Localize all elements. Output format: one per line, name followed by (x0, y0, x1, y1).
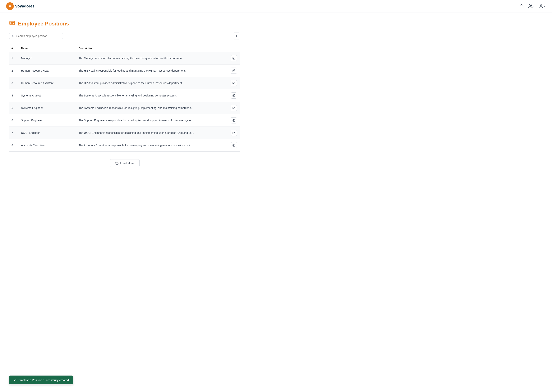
col-header-num: # (9, 45, 19, 52)
table-row: 7UX/UI EngineerThe UX/UI Engineer is res… (9, 127, 240, 139)
home-icon (519, 4, 524, 8)
search-icon (12, 35, 15, 37)
pencil-icon (232, 69, 235, 72)
toast-notification: Employee Position successfully created (9, 376, 73, 384)
load-more-label: Load More (120, 161, 134, 165)
table-body: 1ManagerThe Manager is responsible for o… (9, 52, 240, 152)
row-actions (228, 77, 240, 89)
row-num: 4 (9, 89, 19, 102)
row-description: The HR Assistant provides administrative… (76, 77, 228, 89)
search-row: + (9, 33, 240, 39)
svg-point-2 (529, 5, 530, 6)
search-input[interactable] (16, 35, 60, 37)
table-header: # Name Description (9, 45, 240, 52)
page-title-row: Employee Positions (9, 20, 240, 27)
row-description: The Accounts Executive is responsible fo… (76, 139, 228, 152)
svg-text:v: v (9, 4, 11, 8)
row-actions (228, 139, 240, 152)
pencil-icon (232, 107, 235, 109)
row-actions (228, 89, 240, 102)
row-description: The HR Head is responsible for leading a… (76, 64, 228, 77)
toast-message: Employee Position successfully created (18, 378, 69, 382)
row-actions (228, 127, 240, 139)
edit-button[interactable] (231, 80, 237, 86)
edit-button[interactable] (231, 105, 237, 111)
employee-positions-icon (9, 20, 15, 27)
user-button[interactable]: ▾ (538, 3, 546, 9)
row-name: Human Resource Assistant (19, 77, 76, 89)
row-name: Manager (19, 52, 76, 64)
table-row: 3Human Resource AssistantThe HR Assistan… (9, 77, 240, 89)
col-header-description: Description (76, 45, 228, 52)
row-name: Systems Analyst (19, 89, 76, 102)
home-button[interactable] (519, 3, 524, 9)
edit-button[interactable] (231, 142, 237, 148)
page-title: Employee Positions (18, 21, 69, 27)
pencil-icon (232, 144, 235, 147)
row-num: 8 (9, 139, 19, 152)
user-chevron-icon: ▾ (544, 5, 545, 7)
col-header-actions (228, 45, 240, 52)
refresh-icon (115, 161, 119, 165)
pencil-icon (232, 82, 235, 84)
table-row: 4Systems AnalystThe Systems Analyst is r… (9, 89, 240, 102)
pencil-icon (232, 94, 235, 97)
edit-button[interactable] (231, 55, 237, 61)
row-description: The Support Engineer is responsible for … (76, 114, 228, 127)
pencil-icon (232, 119, 235, 122)
logo-icon: v (6, 2, 14, 10)
team-button[interactable]: ▾ (527, 3, 535, 9)
table-row: 5Systems EngineerThe Systems Engineer is… (9, 102, 240, 114)
row-num: 6 (9, 114, 19, 127)
add-icon: + (235, 34, 238, 38)
svg-point-5 (11, 23, 12, 24)
brand-tm: ™ (35, 4, 36, 6)
edit-button[interactable] (231, 92, 237, 98)
svg-line-7 (14, 36, 15, 37)
row-name: Support Engineer (19, 114, 76, 127)
user-icon (539, 4, 543, 8)
table-row: 2Human Resource HeadThe HR Head is respo… (9, 64, 240, 77)
col-header-name: Name (19, 45, 76, 52)
table-row: 6Support EngineerThe Support Engineer is… (9, 114, 240, 127)
row-name: Systems Engineer (19, 102, 76, 114)
row-actions (228, 64, 240, 77)
table-row: 1ManagerThe Manager is responsible for o… (9, 52, 240, 64)
edit-button[interactable] (231, 130, 237, 136)
team-icon (528, 4, 532, 8)
positions-table: # Name Description 1ManagerThe Manager i… (9, 45, 240, 152)
row-description: The Manager is responsible for overseein… (76, 52, 228, 64)
navbar-actions: ▾ ▾ (519, 3, 546, 9)
navbar: v voyadores™ ▾ ▾ (0, 0, 552, 13)
table-row: 8Accounts ExecutiveThe Accounts Executiv… (9, 139, 240, 152)
row-num: 5 (9, 102, 19, 114)
row-num: 2 (9, 64, 19, 77)
add-position-button[interactable]: + (233, 33, 240, 39)
row-name: Human Resource Head (19, 64, 76, 77)
brand: v voyadores™ (6, 2, 36, 10)
row-actions (228, 52, 240, 64)
svg-point-3 (540, 5, 542, 6)
search-input-wrapper (9, 33, 63, 39)
edit-button[interactable] (231, 68, 237, 74)
id-card-icon (9, 20, 15, 26)
load-more-row: Load More (9, 159, 240, 167)
row-description: The UX/UI Engineer is responsible for de… (76, 127, 228, 139)
row-name: UX/UI Engineer (19, 127, 76, 139)
row-description: The Systems Analyst is responsible for a… (76, 89, 228, 102)
check-icon (14, 378, 17, 382)
pencil-icon (232, 57, 235, 60)
row-actions (228, 114, 240, 127)
row-actions (228, 102, 240, 114)
load-more-button[interactable]: Load More (110, 159, 139, 167)
row-num: 3 (9, 77, 19, 89)
row-name: Accounts Executive (19, 139, 76, 152)
pencil-icon (232, 132, 235, 134)
row-num: 1 (9, 52, 19, 64)
main-content: Employee Positions + # Name Description … (0, 13, 249, 175)
brand-name: voyadores™ (15, 4, 36, 8)
row-num: 7 (9, 127, 19, 139)
row-description: The Systems Engineer is responsible for … (76, 102, 228, 114)
team-chevron-icon: ▾ (533, 5, 534, 7)
edit-button[interactable] (231, 117, 237, 123)
